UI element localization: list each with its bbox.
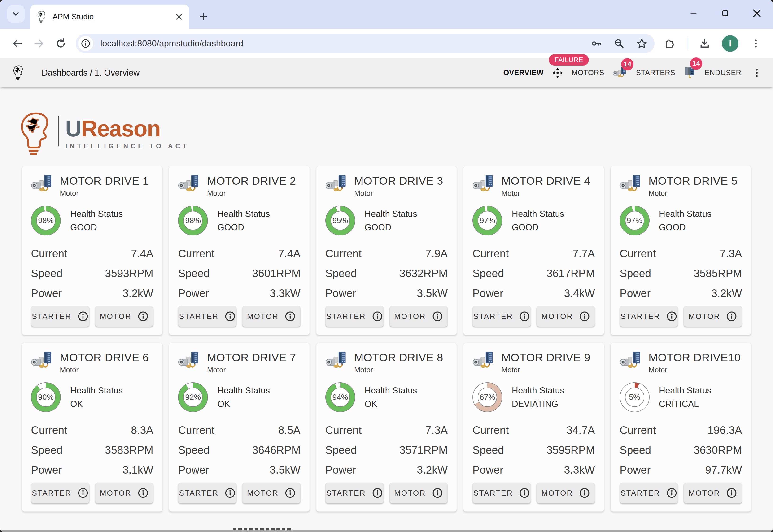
power-label: Power: [31, 287, 62, 300]
motor-button[interactable]: MOTOR: [95, 483, 153, 503]
metrics: Current8.5A Speed3646RPM Power3.5kW: [178, 420, 300, 480]
info-icon: [285, 311, 296, 322]
nav-motors[interactable]: MOTORS: [572, 69, 604, 77]
current-label: Current: [178, 424, 214, 436]
motor-drive-card: MOTOR DRIVE 1 Motor 98% Health Status GO…: [22, 166, 162, 335]
motor-button[interactable]: MOTOR: [684, 483, 742, 503]
card-subtitle: Motor: [354, 366, 443, 374]
info-icon: [225, 488, 236, 498]
health-percent: 67%: [480, 393, 495, 402]
motor-button[interactable]: MOTOR: [242, 483, 301, 503]
new-tab-button[interactable]: [196, 9, 211, 24]
power-label: Power: [31, 463, 62, 476]
current-label: Current: [31, 424, 67, 436]
motor-button[interactable]: MOTOR: [242, 306, 301, 327]
card-title: MOTOR DRIVE 5: [649, 174, 738, 187]
bookmark-star-icon[interactable]: [635, 37, 648, 50]
motor-button[interactable]: MOTOR: [389, 483, 448, 503]
brand-tagline: INTELLIGENCE TO ACT: [65, 142, 189, 150]
power-label: Power: [620, 287, 651, 300]
health-status: Health Status GOOD: [659, 207, 712, 234]
power-value: 3.1kW: [122, 463, 153, 476]
speed-value: 3632RPM: [399, 267, 448, 280]
extensions-icon[interactable]: [660, 34, 679, 53]
back-button[interactable]: [8, 34, 26, 53]
motor-button[interactable]: MOTOR: [537, 306, 595, 327]
speed-label: Speed: [325, 444, 357, 456]
motor-drive-card: MOTOR DRIVE10 Motor 5% Health Status CRI…: [611, 343, 751, 512]
power-label: Power: [620, 463, 651, 476]
current-label: Current: [472, 247, 509, 260]
motor-button[interactable]: MOTOR: [684, 306, 742, 327]
profile-avatar[interactable]: i: [722, 35, 738, 52]
current-label: Current: [178, 247, 214, 260]
tab-close-icon[interactable]: [175, 13, 183, 21]
starters-icon[interactable]: 14: [684, 65, 696, 80]
info-icon: [579, 311, 590, 322]
zoom-out-icon[interactable]: [612, 37, 626, 50]
card-title: MOTOR DRIVE 1: [60, 174, 149, 187]
motor-button[interactable]: MOTOR: [95, 306, 153, 327]
site-info-icon[interactable]: [78, 36, 93, 51]
power-value: 3.2kW: [711, 287, 742, 300]
speed-value: 3646RPM: [252, 444, 301, 456]
nav-overview[interactable]: OVERVIEW: [503, 69, 544, 77]
starter-button[interactable]: STARTER: [325, 306, 384, 327]
starter-button[interactable]: STARTER: [620, 483, 678, 503]
motor-button[interactable]: MOTOR: [389, 306, 448, 327]
info-icon: [138, 488, 148, 498]
motor-drive-card: MOTOR DRIVE 5 Motor 97% Health Status GO…: [611, 166, 751, 335]
current-label: Current: [620, 247, 656, 260]
metrics: Current7.9A Speed3632RPM Power3.5kW: [325, 244, 448, 303]
window-maximize-button[interactable]: [716, 4, 734, 22]
health-percent: 92%: [185, 393, 201, 402]
nav-starters[interactable]: STARTERS: [636, 69, 675, 77]
current-value: 34.7A: [566, 424, 595, 436]
overview-move-icon[interactable]: FAILURE: [552, 67, 563, 78]
nav-enduser[interactable]: ENDUSER: [705, 69, 741, 77]
current-value: 8.3A: [131, 424, 153, 436]
browser-menu-icon[interactable]: [747, 34, 765, 53]
reload-button[interactable]: [52, 34, 70, 53]
window-close-button[interactable]: [748, 4, 766, 22]
info-icon: [726, 488, 737, 498]
card-title: MOTOR DRIVE10: [649, 351, 741, 364]
url-text: localhost:8080/apmstudio/dashboard: [100, 39, 580, 48]
info-icon: [726, 311, 737, 322]
active-tab[interactable]: APM Studio: [30, 5, 189, 29]
power-value: 3.2kW: [122, 287, 153, 300]
starter-button[interactable]: STARTER: [178, 483, 236, 503]
current-label: Current: [31, 247, 67, 260]
motor-drive-icon: [31, 351, 54, 372]
card-subtitle: Motor: [60, 366, 149, 374]
app-logo-icon: [12, 65, 25, 80]
health-donut: 97%: [620, 206, 650, 235]
starter-button[interactable]: STARTER: [472, 306, 531, 327]
downloads-button[interactable]: [695, 34, 714, 53]
card-subtitle: Motor: [207, 189, 296, 198]
starter-button[interactable]: STARTER: [178, 306, 236, 327]
starter-button[interactable]: STARTER: [325, 483, 384, 503]
speed-label: Speed: [31, 267, 62, 280]
current-label: Current: [472, 424, 509, 436]
forward-button[interactable]: [30, 34, 48, 53]
starter-button[interactable]: STARTER: [472, 483, 531, 503]
info-icon: [78, 488, 88, 498]
starter-button[interactable]: STARTER: [31, 483, 89, 503]
power-label: Power: [325, 287, 356, 300]
motors-icon[interactable]: 14: [613, 66, 627, 79]
motor-button[interactable]: MOTOR: [537, 483, 595, 503]
power-value: 3.5kW: [417, 287, 448, 300]
motor-drive-card: MOTOR DRIVE 9 Motor 67% Health Status DE…: [463, 343, 604, 512]
health-percent: 5%: [629, 393, 640, 402]
health-percent: 97%: [480, 216, 495, 225]
window-minimize-button[interactable]: [685, 4, 703, 22]
password-key-icon[interactable]: [590, 37, 603, 50]
starter-button[interactable]: STARTER: [620, 306, 678, 327]
url-bar[interactable]: localhost:8080/apmstudio/dashboard: [76, 34, 655, 53]
app-menu-icon[interactable]: [751, 67, 762, 78]
starter-button[interactable]: STARTER: [31, 306, 89, 327]
tab-search-button[interactable]: [7, 5, 25, 23]
motor-drive-icon: [178, 174, 201, 195]
info-icon: [519, 311, 530, 322]
